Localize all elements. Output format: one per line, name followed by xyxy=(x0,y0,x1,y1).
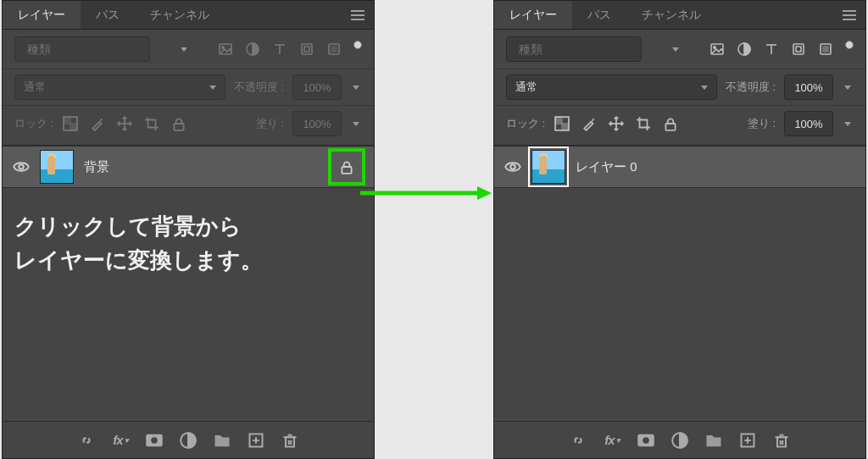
instruction-text: クリックして背景から レイヤーに変換します。 xyxy=(14,209,362,278)
fill-value[interactable]: 100% xyxy=(784,111,833,136)
fill-label: 塗り : xyxy=(748,116,776,131)
svg-marker-32 xyxy=(477,186,492,200)
filter-text-icon[interactable] xyxy=(764,41,779,57)
lock-transparency-icon[interactable] xyxy=(554,115,570,132)
layer-row-0[interactable]: レイヤー 0 xyxy=(494,146,865,188)
layer-thumbnail[interactable] xyxy=(531,150,565,184)
layers-list: 背景 クリックして背景から レイヤーに変換します。 xyxy=(3,145,374,421)
blend-mode-value: 通常 xyxy=(24,80,46,95)
filter-smart-icon[interactable] xyxy=(326,41,342,57)
adjustment-layer-icon[interactable] xyxy=(670,431,689,450)
arrow-icon xyxy=(360,185,492,202)
filter-shape-icon[interactable] xyxy=(791,41,806,57)
new-layer-icon[interactable] xyxy=(247,431,265,450)
panel-tabs: レイヤー パス チャンネル xyxy=(3,1,374,30)
blend-mode-value: 通常 xyxy=(515,80,537,95)
locks-row: ロック : 塗り : 100% xyxy=(494,105,865,145)
layers-panel-after: レイヤー パス チャンネル 通常 不透明度 : 100% ロック : xyxy=(493,0,866,459)
opacity-caret-icon[interactable] xyxy=(842,75,854,100)
layer-mask-icon[interactable] xyxy=(637,431,655,450)
lock-pixels-icon[interactable] xyxy=(581,115,598,132)
layer-style-icon[interactable]: fx▾ xyxy=(603,431,621,450)
link-layers-icon[interactable] xyxy=(569,431,587,450)
filter-row xyxy=(3,30,374,69)
fill-caret-icon[interactable] xyxy=(350,111,362,136)
filter-input[interactable] xyxy=(27,42,175,56)
visibility-toggle-icon[interactable] xyxy=(13,158,30,175)
filter-smart-icon[interactable] xyxy=(818,41,833,57)
background-lock-icon[interactable] xyxy=(330,150,364,184)
dropdown-caret-icon xyxy=(672,47,679,52)
layer-filter-select[interactable] xyxy=(506,36,642,62)
lock-transparency-icon[interactable] xyxy=(62,115,79,132)
dropdown-caret-icon xyxy=(209,86,216,90)
opacity-caret-icon[interactable] xyxy=(350,75,362,100)
panel-footer: fx▾ xyxy=(3,421,374,458)
tab-paths[interactable]: パス xyxy=(81,1,135,29)
lock-position-icon[interactable] xyxy=(116,115,133,132)
tab-channels[interactable]: チャンネル xyxy=(626,1,716,29)
lock-label: ロック : xyxy=(506,116,545,131)
layer-thumbnail[interactable] xyxy=(40,150,74,184)
locks-row: ロック : 塗り : 100% xyxy=(3,105,374,145)
lock-all-icon[interactable] xyxy=(170,115,187,132)
fill-label: 塗り : xyxy=(256,116,284,131)
group-icon[interactable] xyxy=(213,431,231,450)
filter-text-icon[interactable] xyxy=(272,41,287,57)
layer-row-background[interactable]: 背景 xyxy=(3,146,374,188)
delete-layer-icon[interactable] xyxy=(281,431,299,450)
lock-all-icon[interactable] xyxy=(662,115,679,132)
tab-layers[interactable]: レイヤー xyxy=(494,1,572,29)
lock-label: ロック : xyxy=(14,116,53,131)
blend-mode-select[interactable]: 通常 xyxy=(14,75,225,100)
link-layers-icon[interactable] xyxy=(77,431,96,450)
panel-tabs: レイヤー パス チャンネル xyxy=(494,1,865,30)
opacity-value[interactable]: 100% xyxy=(784,75,833,100)
opacity-label: 不透明度 : xyxy=(234,80,284,95)
lock-position-icon[interactable] xyxy=(608,115,625,132)
layers-list: レイヤー 0 xyxy=(494,145,865,421)
lock-artboard-icon[interactable] xyxy=(143,115,160,132)
fill-value[interactable]: 100% xyxy=(292,111,342,136)
fill-caret-icon[interactable] xyxy=(842,111,854,136)
filter-input[interactable] xyxy=(519,42,667,56)
tab-layers[interactable]: レイヤー xyxy=(3,1,81,29)
group-icon[interactable] xyxy=(704,431,723,450)
filter-adjust-icon[interactable] xyxy=(737,41,752,57)
filter-row xyxy=(494,30,865,69)
new-layer-icon[interactable] xyxy=(738,431,757,450)
layer-filter-select[interactable] xyxy=(14,36,150,62)
lock-pixels-icon[interactable] xyxy=(89,115,106,132)
layer-name-label[interactable]: レイヤー 0 xyxy=(576,159,637,175)
filter-adjust-icon[interactable] xyxy=(245,41,260,57)
layer-style-icon[interactable]: fx▾ xyxy=(111,431,130,450)
blend-mode-select[interactable]: 通常 xyxy=(506,75,717,100)
panel-menu-icon[interactable] xyxy=(833,1,865,29)
filter-toggle-icon[interactable] xyxy=(353,41,362,49)
lock-artboard-icon[interactable] xyxy=(635,115,652,132)
filter-shape-icon[interactable] xyxy=(299,41,314,57)
filter-pixel-icon[interactable] xyxy=(709,41,725,57)
panel-footer: fx▾ xyxy=(494,421,865,458)
tab-channels[interactable]: チャンネル xyxy=(135,1,225,29)
layer-mask-icon[interactable] xyxy=(145,431,164,450)
filter-pixel-icon[interactable] xyxy=(218,41,233,57)
delete-layer-icon[interactable] xyxy=(772,431,791,450)
opacity-value[interactable]: 100% xyxy=(292,75,342,100)
adjustment-layer-icon[interactable] xyxy=(179,431,198,450)
blend-row: 通常 不透明度 : 100% xyxy=(494,69,865,105)
panel-menu-icon[interactable] xyxy=(342,1,374,29)
tab-paths[interactable]: パス xyxy=(572,1,626,29)
visibility-toggle-icon[interactable] xyxy=(504,158,521,175)
dropdown-caret-icon xyxy=(701,86,708,90)
layer-name-label[interactable]: 背景 xyxy=(84,159,109,175)
blend-row: 通常 不透明度 : 100% xyxy=(3,69,374,105)
filter-toggle-icon[interactable] xyxy=(845,41,854,49)
opacity-label: 不透明度 : xyxy=(726,80,776,95)
dropdown-caret-icon xyxy=(181,47,187,52)
layers-panel-before: レイヤー パス チャンネル 通常 不透明度 : 100% ロック : xyxy=(2,0,375,459)
